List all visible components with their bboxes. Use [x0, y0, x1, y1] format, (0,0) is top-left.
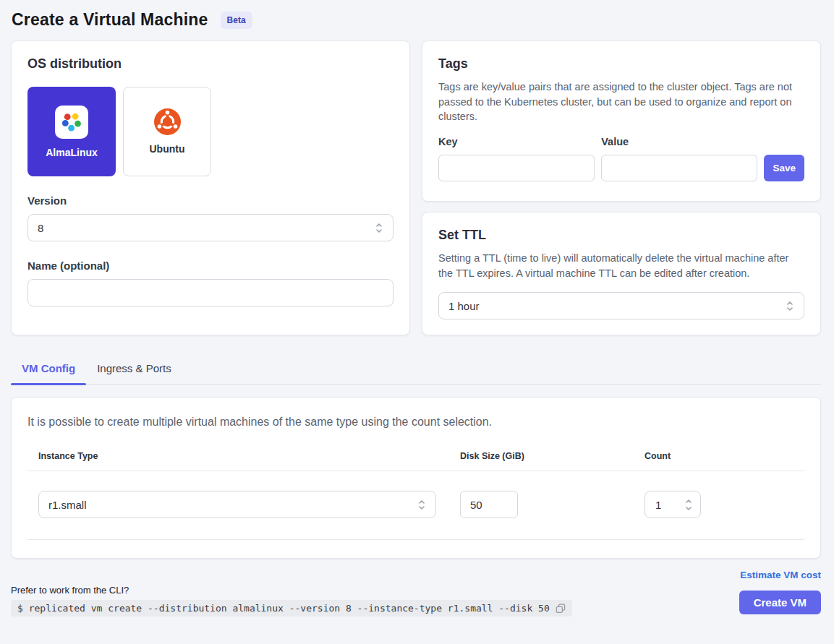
- instance-table-header: Instance Type Disk Size (GiB) Count: [27, 451, 804, 461]
- column-header-count: Count: [644, 451, 793, 461]
- os-tile-group: AlmaLinux: [27, 87, 393, 176]
- version-label: Version: [27, 194, 393, 207]
- right-column: Tags Tags are key/value pairs that are a…: [422, 40, 821, 335]
- ttl-card-description: Setting a TTL (time to live) will automa…: [438, 251, 804, 280]
- ttl-select-value: 1 hour: [448, 300, 480, 312]
- os-distribution-card: OS distribution AlmaLin: [11, 40, 410, 335]
- chevron-up-down-icon: [786, 300, 794, 312]
- set-ttl-card: Set TTL Setting a TTL (time to live) wil…: [422, 212, 821, 335]
- page-footer: Prefer to work from the CLI? $ replicate…: [11, 570, 821, 617]
- vm-name-label: Name (optional): [27, 259, 393, 272]
- tag-key-column: Key: [438, 135, 595, 181]
- estimate-vm-cost-link[interactable]: Estimate VM cost: [740, 570, 821, 580]
- tab-vm-config[interactable]: VM Config: [11, 355, 86, 384]
- column-header-disk-size: Disk Size (GiB): [460, 451, 644, 461]
- os-tile-ubuntu[interactable]: Ubuntu: [123, 87, 211, 176]
- almalinux-logo-plate: [55, 106, 88, 139]
- cli-section: Prefer to work from the CLI? $ replicate…: [11, 585, 572, 617]
- instance-type-value: r1.small: [48, 499, 87, 511]
- almalinux-logo-icon: [61, 111, 82, 133]
- beta-badge: Beta: [221, 12, 252, 29]
- version-select-value: 8: [38, 222, 43, 234]
- ttl-card-title: Set TTL: [438, 228, 804, 243]
- cli-command-bar: $ replicated vm create --distribution al…: [11, 600, 572, 617]
- tag-key-label: Key: [438, 136, 458, 147]
- tags-card-title: Tags: [438, 56, 804, 72]
- create-vm-button[interactable]: Create VM: [739, 591, 821, 614]
- stepper-up-down-icon[interactable]: [684, 498, 693, 512]
- top-cards-grid: OS distribution AlmaLin: [11, 40, 821, 335]
- config-tabs: VM Config Ingress & Ports: [11, 355, 821, 385]
- chevron-up-down-icon: [417, 499, 426, 511]
- os-tile-almalinux[interactable]: AlmaLinux: [27, 87, 116, 176]
- column-header-instance-type: Instance Type: [38, 451, 460, 461]
- chevron-up-down-icon: [375, 222, 383, 234]
- instance-table-row: r1.small 1: [27, 491, 804, 518]
- disk-size-input[interactable]: [460, 491, 518, 518]
- os-tile-label-almalinux: AlmaLinux: [46, 147, 98, 158]
- tag-value-label: Value: [601, 136, 629, 147]
- os-card-title: OS distribution: [27, 56, 393, 72]
- ttl-select[interactable]: 1 hour: [438, 292, 804, 319]
- page-header: Create a Virtual Machine Beta: [0, 0, 834, 30]
- copy-icon[interactable]: [556, 604, 566, 614]
- tab-ingress-ports[interactable]: Ingress & Ports: [86, 355, 182, 384]
- tag-value-input[interactable]: [601, 155, 757, 181]
- table-row-divider: [27, 539, 804, 540]
- tag-key-value-row: Key Value Save: [438, 135, 804, 181]
- save-tag-button[interactable]: Save: [764, 155, 804, 181]
- cli-prompt-text: Prefer to work from the CLI?: [11, 585, 572, 596]
- tags-card-description: Tags are key/value pairs that are assign…: [438, 80, 804, 124]
- count-stepper[interactable]: 1: [644, 491, 701, 518]
- vm-config-intro: It is possible to create multiple virtua…: [27, 416, 804, 429]
- version-select[interactable]: 8: [27, 214, 393, 241]
- tag-key-input[interactable]: [438, 155, 595, 181]
- cli-command-text: $ replicated vm create --distribution al…: [17, 603, 550, 614]
- instance-type-select[interactable]: r1.small: [38, 491, 436, 518]
- ubuntu-logo-icon: [154, 108, 181, 135]
- tag-value-column: Value: [601, 135, 757, 181]
- page-title: Create a Virtual Machine: [12, 10, 208, 30]
- tags-card: Tags Tags are key/value pairs that are a…: [422, 40, 821, 202]
- count-value: 1: [655, 499, 661, 511]
- actions-section: Estimate VM cost Create VM: [739, 570, 821, 617]
- vm-config-card: It is possible to create multiple virtua…: [11, 397, 821, 559]
- os-tile-label-ubuntu: Ubuntu: [150, 143, 185, 155]
- table-header-divider: [27, 471, 804, 471]
- vm-name-input[interactable]: [27, 279, 393, 306]
